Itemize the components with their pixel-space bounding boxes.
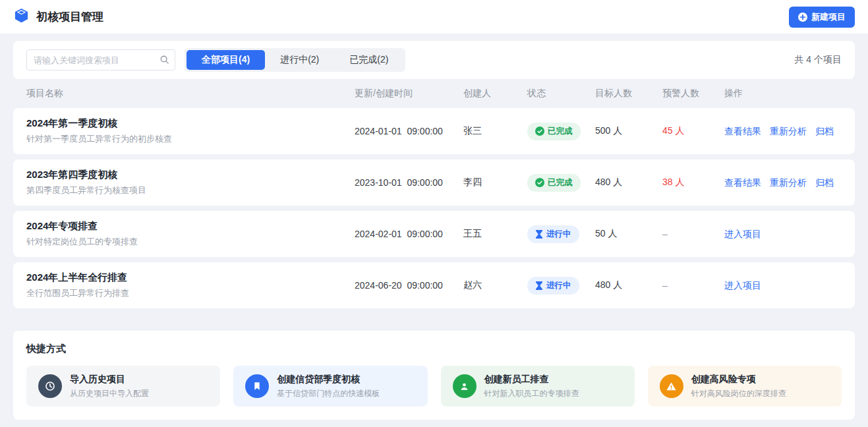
project-actions: 进入项目 xyxy=(724,279,855,292)
project-time: 2023-10-01 09:00:00 xyxy=(355,177,463,188)
status-label: 进行中 xyxy=(546,280,571,291)
project-status-cell: 已完成 xyxy=(527,174,595,192)
project-status-cell: 进行中 xyxy=(527,277,595,295)
status-label: 已完成 xyxy=(548,126,573,137)
project-warning-count: – xyxy=(662,280,724,291)
project-status-cell: 进行中 xyxy=(527,225,595,243)
status-badge: 已完成 xyxy=(527,174,581,192)
project-target-count: 50 人 xyxy=(595,228,662,240)
shortcut-card[interactable]: 导入历史项目 从历史项目中导入配置 xyxy=(26,366,220,407)
project-warning-count: 45 人 xyxy=(662,125,724,137)
project-name-cell: 2023年第四季度初核 第四季度员工异常行为核查项目 xyxy=(26,169,355,196)
project-name: 2024年专项排查 xyxy=(26,220,355,233)
tab-filter-1[interactable]: 进行中(2) xyxy=(265,50,334,70)
clock-icon xyxy=(38,374,62,398)
project-target-count: 500 人 xyxy=(595,125,662,137)
warning-icon xyxy=(660,374,683,398)
tab-filter-0[interactable]: 全部项目(4) xyxy=(187,50,265,70)
shortcut-card[interactable]: 创建高风险专项 针对高风险岗位的深度排查 xyxy=(648,366,842,407)
project-name-cell: 2024年第一季度初核 针对第一季度员工异常行为的初步核查 xyxy=(26,117,355,145)
column-header-5: 预警人数 xyxy=(662,88,724,100)
table-row: 2023年第四季度初核 第四季度员工异常行为核查项目 2023-10-01 09… xyxy=(13,159,855,206)
column-header-1: 更新/创建时间 xyxy=(355,88,463,100)
brand: 初核项目管理 xyxy=(13,7,103,26)
action-link[interactable]: 进入项目 xyxy=(724,229,761,239)
tab-filter-2[interactable]: 已完成(2) xyxy=(334,50,403,70)
status-label: 进行中 xyxy=(546,229,571,240)
project-name-cell: 2024年专项排查 针对特定岗位员工的专项排查 xyxy=(26,220,355,248)
shortcuts-panel: 快捷方式 导入历史项目 从历史项目中导入配置 创建信贷部季度初核 基于信贷部门特… xyxy=(13,331,855,420)
check-circle-icon xyxy=(535,178,544,187)
main-content: 全部项目(4)进行中(2)已完成(2) 共 4 个项目 项目名称更新/创建时间创… xyxy=(0,34,868,420)
shortcuts-title: 快捷方式 xyxy=(26,343,842,355)
action-link[interactable]: 归档 xyxy=(815,177,834,188)
status-badge: 已完成 xyxy=(527,123,581,140)
project-target-count: 480 人 xyxy=(595,279,662,291)
status-badge: 进行中 xyxy=(527,277,579,295)
hourglass-icon xyxy=(535,230,543,239)
project-name-cell: 2024年上半年全行排查 全行范围员工异常行为排查 xyxy=(26,271,355,299)
status-badge: 进行中 xyxy=(527,225,579,243)
project-name: 2024年上半年全行排查 xyxy=(26,271,355,284)
toolbar: 全部项目(4)进行中(2)已完成(2) 共 4 个项目 xyxy=(13,41,855,79)
new-project-button-label: 新建项目 xyxy=(811,11,846,23)
column-header-4: 目标人数 xyxy=(595,88,662,100)
column-header-0: 项目名称 xyxy=(26,88,355,100)
project-description: 针对特定岗位员工的专项排查 xyxy=(26,236,355,248)
project-description: 针对第一季度员工异常行为的初步核查 xyxy=(26,133,355,145)
filter-tabs: 全部项目(4)进行中(2)已完成(2) xyxy=(185,48,405,72)
table-row: 2024年专项排查 针对特定岗位员工的专项排查 2024-02-01 09:00… xyxy=(13,211,855,257)
project-actions: 进入项目 xyxy=(724,228,855,241)
search-input[interactable] xyxy=(26,49,175,71)
project-name: 2024年第一季度初核 xyxy=(26,117,355,130)
table-row: 2024年上半年全行排查 全行范围员工异常行为排查 2024-06-20 09:… xyxy=(13,262,855,308)
shortcut-description: 针对新入职员工的专项排查 xyxy=(484,388,579,399)
user-icon xyxy=(453,374,477,398)
project-creator: 李四 xyxy=(463,177,527,188)
action-link[interactable]: 进入项目 xyxy=(724,280,761,291)
project-target-count: 480 人 xyxy=(595,177,662,188)
shortcut-title: 创建新员工排查 xyxy=(484,374,579,385)
shortcut-card[interactable]: 创建信贷部季度初核 基于信贷部门特点的快速模板 xyxy=(233,366,427,407)
column-header-6: 操作 xyxy=(724,88,855,100)
status-label: 已完成 xyxy=(548,177,573,188)
project-warning-count: – xyxy=(662,229,724,239)
shortcut-title: 导入历史项目 xyxy=(70,374,149,385)
plus-circle-icon xyxy=(798,13,807,22)
action-link[interactable]: 查看结果 xyxy=(724,126,761,136)
project-time: 2024-01-01 09:00:00 xyxy=(355,126,463,136)
project-table: 2024年第一季度初核 针对第一季度员工异常行为的初步核查 2024-01-01… xyxy=(13,108,855,308)
project-name: 2023年第四季度初核 xyxy=(26,169,355,181)
action-link[interactable]: 重新分析 xyxy=(770,177,807,188)
project-description: 第四季度员工异常行为核查项目 xyxy=(26,185,355,196)
shortcut-description: 从历史项目中导入配置 xyxy=(70,388,149,399)
project-creator: 王五 xyxy=(463,228,527,240)
column-header-2: 创建人 xyxy=(463,88,527,100)
project-time: 2024-06-20 09:00:00 xyxy=(355,280,463,291)
table-header: 项目名称更新/创建时间创建人状态目标人数预警人数操作 xyxy=(13,79,855,108)
shortcut-title: 创建高风险专项 xyxy=(691,374,786,385)
shortcut-title: 创建信贷部季度初核 xyxy=(277,374,380,385)
project-creator: 张三 xyxy=(463,125,527,137)
column-header-3: 状态 xyxy=(527,88,595,100)
project-actions: 查看结果重新分析归档 xyxy=(724,177,855,189)
shortcut-description: 基于信贷部门特点的快速模板 xyxy=(277,388,380,399)
shortcut-card[interactable]: 创建新员工排查 针对新入职员工的专项排查 xyxy=(441,366,635,407)
page-title: 初核项目管理 xyxy=(36,9,103,24)
action-link[interactable]: 归档 xyxy=(815,126,834,136)
check-circle-icon xyxy=(535,127,544,136)
total-project-count: 共 4 个项目 xyxy=(794,54,842,66)
action-link[interactable]: 查看结果 xyxy=(724,177,761,188)
search-box xyxy=(26,49,175,71)
new-project-button[interactable]: 新建项目 xyxy=(789,7,855,28)
hourglass-icon xyxy=(535,281,543,290)
project-warning-count: 38 人 xyxy=(662,177,724,188)
search-icon xyxy=(159,55,169,67)
page-header: 初核项目管理 新建项目 xyxy=(0,0,868,34)
cube-icon xyxy=(13,7,30,26)
action-link[interactable]: 重新分析 xyxy=(770,126,807,136)
project-status-cell: 已完成 xyxy=(527,123,595,140)
shortcut-grid: 导入历史项目 从历史项目中导入配置 创建信贷部季度初核 基于信贷部门特点的快速模… xyxy=(26,366,842,407)
project-time: 2024-02-01 09:00:00 xyxy=(355,229,463,239)
project-description: 全行范围员工异常行为排查 xyxy=(26,287,355,299)
